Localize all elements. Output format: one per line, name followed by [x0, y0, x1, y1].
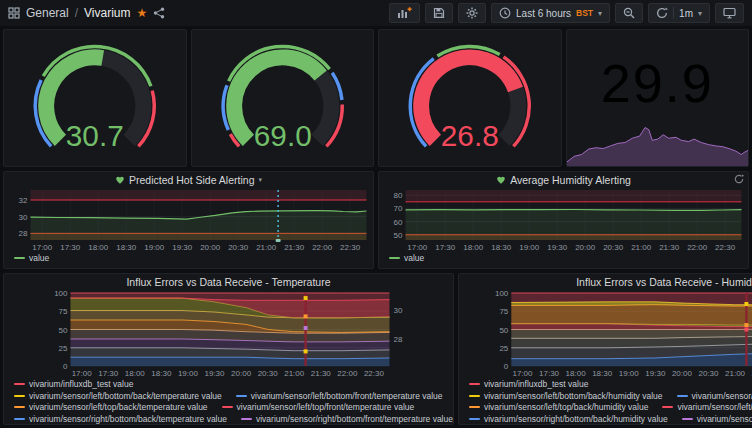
chart-legend: value [4, 253, 373, 266]
legend-item[interactable]: value [14, 253, 49, 264]
svg-text:19:30: 19:30 [204, 369, 225, 378]
legend-item[interactable]: vivarium/sensor/left/top/back/temperatur… [14, 402, 208, 413]
svg-text:17:30: 17:30 [60, 243, 81, 252]
panel-title-bar[interactable]: Influx Errors vs Data Receive - Humidity [459, 274, 752, 289]
svg-text:50: 50 [394, 231, 403, 240]
panel-title-bar[interactable]: Average Humidity Alerting [379, 172, 748, 187]
svg-text:22:30: 22:30 [340, 243, 361, 252]
legend-swatch [14, 406, 25, 408]
cycle-view-mode-button[interactable] [715, 3, 744, 23]
refresh-interval-label: 1m [679, 8, 693, 19]
svg-text:30: 30 [19, 213, 28, 222]
panel-title: Predicted Hot Side Alerting [129, 174, 255, 186]
dashboard-settings-button[interactable] [458, 3, 486, 23]
timezone-badge: BST [576, 8, 593, 18]
svg-text:17:30: 17:30 [539, 369, 560, 378]
svg-text:19:00: 19:00 [178, 369, 199, 378]
gauge-panel-1[interactable]: 30.7 [3, 29, 187, 167]
breadcrumb-section[interactable]: General [26, 6, 69, 20]
zoom-out-time-button[interactable] [615, 3, 643, 23]
legend-item[interactable]: vivarium/influxdb_test value [469, 379, 588, 390]
svg-text:50: 50 [59, 326, 68, 335]
legend-item[interactable]: vivarium/sensor/right/bottom/back/temper… [14, 414, 227, 425]
save-dashboard-button[interactable] [425, 3, 453, 23]
panel-title-bar[interactable]: Predicted Hot Side Alerting ▾ [4, 172, 373, 187]
svg-text:22:30: 22:30 [364, 369, 385, 378]
panel-title-bar[interactable]: Influx Errors vs Data Receive - Temperat… [4, 274, 453, 289]
add-panel-icon [397, 7, 412, 19]
top-navbar: General / Vivarium ★ [0, 0, 752, 26]
legend-item[interactable]: vivarium/sensor/left/top/front/temperatu… [222, 402, 415, 413]
legend-item[interactable]: value [389, 253, 424, 264]
svg-text:17:00: 17:00 [512, 369, 533, 378]
legend-swatch [241, 418, 252, 420]
svg-text:21:00: 21:00 [725, 369, 746, 378]
svg-text:60: 60 [394, 218, 403, 227]
legend-item[interactable]: vivarium/sensor/left/top/back/humidity v… [469, 402, 648, 413]
legend-item[interactable]: vivarium/sensor/right/bottom/back/humidi… [469, 414, 668, 425]
dashboard-grid-icon[interactable] [8, 7, 20, 19]
add-panel-button[interactable] [389, 3, 420, 23]
hot-side-alert-chart: 17:0017:3018:0018:3019:0019:3020:0020:30… [4, 187, 373, 253]
svg-text:20:30: 20:30 [603, 243, 624, 252]
stat-sparkline [567, 118, 749, 166]
time-range-picker[interactable]: Last 6 hours BST ▾ [491, 3, 610, 23]
panel-title: Influx Errors vs Data Receive - Humidity [576, 276, 752, 288]
panel-title: Average Humidity Alerting [510, 174, 631, 186]
legend-item[interactable]: vivarium/sensor/left/top/front/humidity … [662, 402, 752, 413]
svg-text:18:00: 18:00 [88, 243, 109, 252]
legend-item[interactable]: vivarium/sensor/left/bottom/back/humidit… [469, 391, 663, 402]
chevron-down-icon: ▾ [698, 9, 702, 18]
legend-item[interactable]: vivarium/influxdb_test value [14, 379, 133, 390]
svg-text:25: 25 [59, 344, 68, 353]
star-icon[interactable]: ★ [137, 7, 148, 19]
panel-average-humidity-alerting[interactable]: Average Humidity Alerting 17:0017:3018:0… [378, 171, 749, 269]
panel-refresh-icon[interactable] [734, 174, 744, 184]
panel-influx-errors-temperature[interactable]: Influx Errors vs Data Receive - Temperat… [3, 273, 454, 425]
gauge-row: 30.7 69.0 26.8 29.9 [3, 29, 749, 167]
svg-text:19:30: 19:30 [645, 369, 666, 378]
breadcrumb-page-title[interactable]: Vivarium [84, 6, 130, 20]
panel-predicted-hot-side-alerting[interactable]: Predicted Hot Side Alerting ▾ 17:0017:30… [3, 171, 374, 269]
legend-item[interactable]: vivarium/sensor/right/bottom/front/humid… [682, 414, 752, 425]
svg-text:30: 30 [393, 306, 402, 315]
svg-text:21:00: 21:00 [256, 243, 277, 252]
gauge-panel-2[interactable]: 69.0 [191, 29, 375, 167]
svg-text:18:30: 18:30 [491, 243, 512, 252]
svg-text:100: 100 [495, 289, 509, 298]
dashboard-grid: 30.7 69.0 26.8 29.9 Predicted Hot Side A… [0, 26, 752, 428]
svg-text:20:30: 20:30 [258, 369, 279, 378]
chart-legend: vivarium/influxdb_test valuevivarium/sen… [4, 379, 453, 426]
svg-text:25: 25 [499, 344, 508, 353]
svg-text:50: 50 [499, 326, 508, 335]
legend-item[interactable]: vivarium/sensor/left/bottom/front/temper… [236, 391, 443, 402]
legend-swatch [469, 383, 480, 385]
svg-text:19:30: 19:30 [547, 243, 568, 252]
humidity-alert-chart: 17:0017:3018:0018:3019:0019:3020:0020:30… [379, 187, 748, 253]
svg-text:75: 75 [59, 307, 68, 316]
svg-text:0: 0 [504, 362, 509, 371]
svg-text:70: 70 [394, 204, 403, 213]
chevron-down-icon: ▾ [598, 9, 602, 18]
legend-item[interactable]: vivarium/sensor/right/bottom/front/tempe… [241, 414, 453, 425]
alert-row: Predicted Hot Side Alerting ▾ 17:0017:30… [3, 171, 749, 269]
legend-item[interactable]: vivarium/sensor/left/bottom/back/tempera… [14, 391, 222, 402]
svg-text:20:30: 20:30 [698, 369, 719, 378]
panel-title: Influx Errors vs Data Receive - Temperat… [126, 276, 330, 288]
svg-text:22:30: 22:30 [715, 243, 736, 252]
gauge-panel-3[interactable]: 26.8 [378, 29, 562, 167]
stat-panel[interactable]: 29.9 [566, 29, 750, 167]
gauge-hot-side: 30.7 [4, 30, 186, 164]
legend-label: vivarium/sensor/left/bottom/front/humidi… [692, 391, 752, 402]
svg-text:22:00: 22:00 [687, 243, 708, 252]
legend-item[interactable]: vivarium/sensor/left/bottom/front/humidi… [677, 391, 752, 402]
legend-label: vivarium/sensor/right/bottom/back/temper… [29, 414, 227, 425]
panel-influx-errors-humidity[interactable]: Influx Errors vs Data Receive - Humidity… [458, 273, 752, 425]
svg-text:17:00: 17:00 [32, 243, 53, 252]
svg-text:18:00: 18:00 [566, 369, 587, 378]
svg-text:19:00: 19:00 [144, 243, 165, 252]
save-icon [433, 7, 445, 19]
refresh-picker[interactable]: 1m ▾ [648, 3, 710, 23]
share-icon[interactable] [153, 7, 165, 19]
alert-ok-heart-icon [496, 175, 506, 185]
